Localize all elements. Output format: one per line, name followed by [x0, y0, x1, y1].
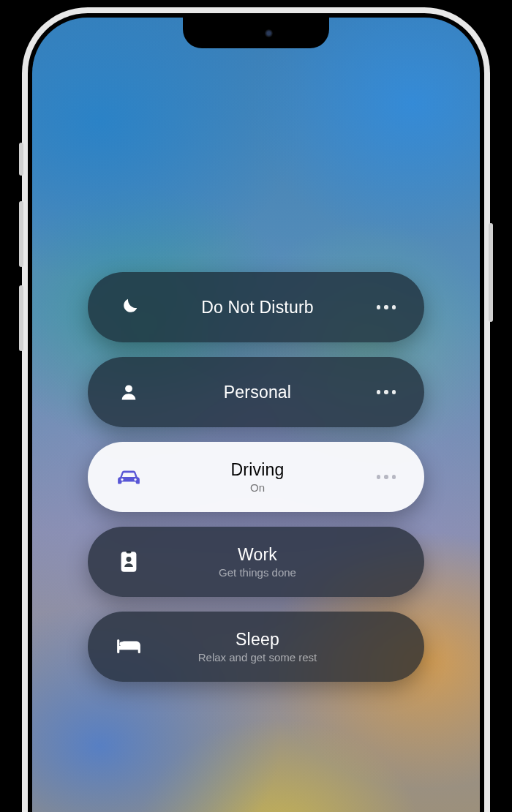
focus-label: Do Not Disturb	[201, 298, 314, 317]
svg-point-4	[120, 642, 124, 646]
focus-item-personal[interactable]: Personal	[88, 357, 424, 427]
side-button	[489, 223, 493, 322]
focus-item-work[interactable]: Work Get things done	[88, 527, 424, 597]
focus-label: Work	[238, 545, 277, 565]
ellipsis-icon	[377, 390, 396, 394]
more-button[interactable]	[372, 293, 401, 322]
svg-point-2	[127, 557, 132, 562]
focus-text: Driving On	[143, 460, 372, 494]
focus-subtitle: Relax and get some rest	[198, 651, 317, 663]
focus-item-driving[interactable]: Driving On	[88, 442, 424, 512]
volume-up-button	[19, 201, 23, 267]
car-icon	[114, 462, 143, 492]
notch	[183, 18, 329, 48]
focus-label: Sleep	[236, 630, 279, 650]
focus-mode-list: Do Not Disturb Personal	[88, 272, 424, 682]
focus-label: Driving	[231, 460, 285, 480]
screen: Do Not Disturb Personal	[32, 18, 480, 812]
moon-icon	[114, 293, 143, 322]
svg-point-0	[125, 385, 132, 392]
more-button[interactable]	[372, 462, 401, 492]
ellipsis-icon	[377, 305, 396, 309]
focus-subtitle: On	[250, 481, 265, 494]
phone-bezel: Do Not Disturb Personal	[28, 13, 484, 812]
focus-text: Work Get things done	[143, 545, 372, 579]
bed-icon	[114, 632, 143, 661]
svg-rect-3	[127, 551, 132, 553]
front-camera	[265, 29, 273, 37]
focus-label: Personal	[224, 383, 291, 402]
focus-text: Do Not Disturb	[143, 298, 372, 317]
focus-item-dnd[interactable]: Do Not Disturb	[88, 272, 424, 342]
more-button[interactable]	[372, 377, 401, 407]
focus-text: Personal	[143, 383, 372, 402]
badge-icon	[114, 547, 143, 576]
focus-subtitle: Get things done	[219, 566, 296, 579]
ellipsis-icon	[377, 475, 396, 479]
phone-frame: Do Not Disturb Personal	[22, 7, 490, 812]
person-icon	[114, 377, 143, 407]
focus-text: Sleep Relax and get some rest	[143, 630, 372, 663]
mute-switch	[19, 143, 23, 176]
focus-item-sleep[interactable]: Sleep Relax and get some rest	[88, 612, 424, 682]
volume-down-button	[19, 285, 23, 351]
